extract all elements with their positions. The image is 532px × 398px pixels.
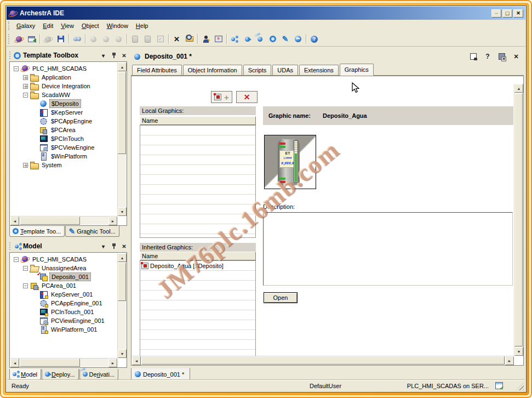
tree-item[interactable]: Application: [12, 73, 96, 82]
minimize-button[interactable]: [491, 9, 501, 18]
lock-icon[interactable]: [469, 53, 478, 61]
local-graphics-name-header[interactable]: Name: [140, 116, 256, 125]
tab-derivation[interactable]: Derivati...: [79, 369, 118, 380]
scroll-right-icon[interactable]: [108, 359, 117, 367]
collapse-icon[interactable]: [23, 283, 28, 288]
tree-item[interactable]: $KepServer: [12, 108, 96, 117]
scroll-down-icon[interactable]: [118, 349, 127, 358]
pin-icon[interactable]: [110, 52, 118, 59]
tab-graphic-toolbox[interactable]: Graphic Tool...: [65, 226, 119, 237]
local-graphics-list[interactable]: [140, 125, 256, 238]
tree-item[interactable]: PLC_HMI_SCADAS: [12, 255, 106, 264]
chevron-down-icon[interactable]: [99, 52, 107, 59]
resize-grip[interactable]: [516, 383, 524, 390]
chevron-down-icon[interactable]: [99, 242, 107, 250]
save-icon[interactable]: [54, 33, 67, 45]
scroll-up-icon[interactable]: [514, 84, 523, 93]
description-field[interactable]: [263, 212, 513, 286]
tab-deposito-document[interactable]: Deposito_001 *: [131, 368, 190, 380]
tree-item[interactable]: PCArea_001: [12, 281, 106, 290]
maximize-button[interactable]: [502, 9, 512, 18]
tree-item[interactable]: $WinPlatform: [12, 152, 96, 161]
menu-galaxy[interactable]: Galaxy: [13, 21, 39, 31]
menu-window[interactable]: Window: [103, 21, 132, 31]
delete-graphic-button[interactable]: ✕: [236, 91, 258, 103]
tree-item[interactable]: System: [12, 161, 96, 169]
scroll-left-icon[interactable]: [132, 356, 141, 365]
operations-view-icon[interactable]: [291, 33, 304, 45]
tree-item[interactable]: KepServer_001: [12, 290, 106, 299]
scroll-up-icon[interactable]: [118, 62, 127, 71]
tab-template-toolbox[interactable]: Template Too...: [9, 226, 65, 237]
template-toolbox-view-icon[interactable]: [266, 33, 279, 45]
scroll-down-icon[interactable]: [118, 207, 127, 216]
tab-model[interactable]: Model: [9, 369, 41, 380]
expand-icon[interactable]: [23, 75, 28, 80]
tab-graphics[interactable]: Graphics: [340, 64, 374, 76]
tree-item[interactable]: ScadaWW: [12, 90, 96, 99]
scroll-left-icon[interactable]: [10, 217, 19, 225]
tree-item-selected[interactable]: $Deposito: [12, 99, 96, 108]
find-object-icon[interactable]: [183, 33, 196, 45]
tab-field-attributes[interactable]: Field Attributes: [132, 65, 182, 75]
tree-item-selected[interactable]: ✓Deposito_001: [12, 272, 106, 281]
galaxy-icon[interactable]: [13, 33, 25, 45]
delete-icon[interactable]: [170, 33, 183, 45]
derivation-view-icon[interactable]: [254, 33, 266, 45]
graphic-preview[interactable]: ET LI### #,###.#: [264, 135, 316, 189]
menu-object[interactable]: Object: [78, 21, 103, 31]
graphic-toolbox-view-icon[interactable]: [279, 33, 291, 45]
model-view-icon[interactable]: [228, 33, 241, 45]
tab-extensions[interactable]: Extensions: [299, 65, 339, 75]
toolbar-grip[interactable]: [8, 34, 11, 44]
vertical-scrollbar[interactable]: [117, 253, 126, 358]
inherited-graphics-name-header[interactable]: Name: [140, 252, 256, 260]
tree-item[interactable]: PLC_HMI_SCADAS: [12, 64, 96, 73]
help-icon[interactable]: [483, 53, 492, 61]
tree-item[interactable]: $PCAppEngine: [12, 117, 96, 126]
pin-icon[interactable]: [110, 242, 118, 250]
horizontal-scrollbar[interactable]: [10, 358, 117, 367]
menu-grip[interactable]: [8, 21, 11, 30]
vertical-scrollbar[interactable]: [117, 62, 126, 216]
collapse-icon[interactable]: [23, 93, 28, 98]
vertical-scrollbar[interactable]: [514, 84, 523, 356]
tree-item[interactable]: $PCArea: [12, 126, 96, 134]
open-button[interactable]: Open: [264, 292, 298, 303]
find-icon[interactable]: [71, 33, 83, 45]
tree-item[interactable]: UnassignedArea: [12, 264, 106, 272]
tree-item[interactable]: $PCInTouch: [12, 134, 96, 143]
scroll-right-icon[interactable]: [505, 356, 514, 365]
expand-icon[interactable]: [23, 163, 28, 168]
deploy-view-icon[interactable]: [241, 33, 254, 45]
add-graphic-button[interactable]: +: [211, 91, 232, 103]
tab-object-information[interactable]: Object Information: [183, 65, 242, 75]
close-button[interactable]: [513, 9, 523, 18]
menu-help[interactable]: Help: [132, 21, 152, 31]
tree-item[interactable]: Device Integration: [12, 82, 96, 90]
tree-item[interactable]: PCViewEngine_001: [12, 316, 106, 325]
tab-udas[interactable]: UDAs: [272, 65, 298, 75]
import-object-icon[interactable]: [25, 33, 38, 45]
tree-item[interactable]: WinPlatform_001: [12, 325, 106, 334]
title-bar[interactable]: ArchestrA IDE: [7, 7, 525, 20]
close-document-icon[interactable]: [512, 53, 520, 61]
horizontal-scrollbar[interactable]: [132, 356, 514, 365]
scroll-down-icon[interactable]: [514, 347, 523, 356]
collapse-icon[interactable]: [14, 257, 19, 262]
tree-item[interactable]: $PCViewEngine: [12, 143, 96, 152]
expand-icon[interactable]: [23, 84, 28, 89]
scroll-right-icon[interactable]: [108, 217, 117, 225]
tab-deploy[interactable]: Deploy...: [42, 369, 79, 380]
close-panel-icon[interactable]: [120, 242, 128, 250]
configure-users-icon[interactable]: [199, 33, 212, 45]
tab-scripts[interactable]: Scripts: [243, 65, 272, 75]
collapse-icon[interactable]: [14, 66, 19, 71]
inherited-graphics-list[interactable]: Deposito_Agua [$Deposito]: [140, 260, 256, 357]
template-toolbox-header[interactable]: Template Toolbox: [8, 49, 128, 61]
close-panel-icon[interactable]: [120, 52, 128, 59]
help-icon[interactable]: [308, 33, 321, 45]
menu-edit[interactable]: Edit: [39, 21, 57, 31]
save-close-icon[interactable]: [497, 53, 506, 61]
platform-manager-icon[interactable]: [212, 33, 225, 45]
